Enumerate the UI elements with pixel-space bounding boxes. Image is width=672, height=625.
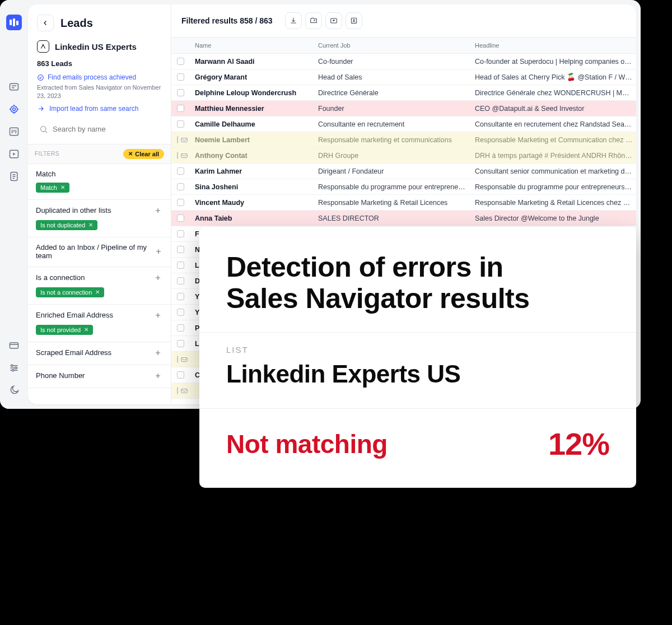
- search-input[interactable]: [53, 125, 160, 133]
- row-checkbox[interactable]: [177, 199, 184, 206]
- svg-rect-0: [10, 20, 12, 25]
- filter-title: Added to an Inbox / Pipeline of my team: [36, 243, 154, 260]
- table-row[interactable]: Matthieu MennessierFounderCEO @Datapult.…: [171, 101, 636, 116]
- add-filter-icon[interactable]: [153, 348, 163, 358]
- search-box[interactable]: [35, 122, 164, 137]
- row-checkbox[interactable]: [177, 105, 184, 112]
- chip-remove-icon[interactable]: ✕: [60, 184, 65, 190]
- table-row[interactable]: Delphine Leloup WondercrushDirectrice Gé…: [171, 85, 636, 101]
- move-button[interactable]: [305, 12, 322, 29]
- table-row[interactable]: Karim LahmerDirigeant / FondateurConsult…: [171, 164, 636, 179]
- th-headline[interactable]: Headline: [472, 38, 636, 53]
- table-row[interactable]: Noemie LambertResponsable marketing et c…: [171, 132, 636, 148]
- clear-all-button[interactable]: ✕ Clear all: [123, 149, 164, 159]
- theme-icon[interactable]: [8, 384, 20, 397]
- table-row[interactable]: Anna TaiebSALES DIRECTORSales Director @…: [171, 211, 636, 226]
- board-icon[interactable]: [8, 125, 20, 138]
- add-filter-icon[interactable]: [153, 206, 163, 216]
- cell-name: Camille Delhaume: [192, 120, 315, 128]
- filter-title: Match: [36, 170, 55, 178]
- cell-job: Responsable du programme pour entreprene…: [315, 183, 472, 191]
- row-checkbox[interactable]: [177, 58, 184, 65]
- chip-remove-icon[interactable]: ✕: [88, 222, 93, 228]
- row-checkbox[interactable]: [177, 120, 184, 128]
- cell-name: Karim Lahmer: [192, 167, 315, 175]
- filter-title: Scraped Email Address: [36, 348, 111, 357]
- filter-chip[interactable]: Is not duplicated✕: [36, 220, 97, 230]
- add-filter-icon[interactable]: [153, 310, 163, 320]
- overlay-percent: 12%: [548, 426, 609, 462]
- overlay-title: Detection of errors in Sales Navigator r…: [226, 251, 609, 314]
- row-checkbox[interactable]: [177, 371, 184, 379]
- lead-count: 863 Leads: [28, 59, 171, 73]
- table-row[interactable]: Marwann Al SaadiCo-founderCo-founder at …: [171, 54, 636, 69]
- row-checkbox[interactable]: [177, 214, 184, 222]
- overlay-list-name: Linkedin Experts US: [226, 360, 609, 388]
- svg-rect-1: [13, 18, 15, 26]
- table-row[interactable]: Camille DelhaumeConsultante en recruteme…: [171, 116, 636, 132]
- list-name: Linkedin US Experts: [55, 42, 137, 52]
- row-checkbox[interactable]: [177, 167, 184, 175]
- svg-point-4: [11, 106, 17, 113]
- billing-icon[interactable]: [8, 339, 20, 352]
- row-checkbox[interactable]: [177, 246, 184, 253]
- import-link[interactable]: Import lead from same search: [28, 105, 171, 119]
- filters-header: FILTERS ✕ Clear all: [28, 144, 171, 164]
- process-status: Find emails process achieved: [28, 73, 171, 83]
- filter-chip[interactable]: Match✕: [36, 183, 69, 193]
- enrich-button[interactable]: [346, 12, 362, 29]
- inbox-button[interactable]: [325, 12, 342, 29]
- clear-all-label: Clear all: [135, 151, 159, 157]
- row-checkbox[interactable]: [177, 89, 184, 96]
- filter-chip[interactable]: Is not provided✕: [36, 325, 93, 335]
- filter-title: Duplicated in other lists: [36, 206, 111, 214]
- th-name[interactable]: Name: [192, 38, 315, 53]
- filters-list: MatchMatch✕Duplicated in other listsIs n…: [28, 164, 171, 404]
- cell-job: Directrice Générale: [315, 89, 472, 97]
- download-button[interactable]: [285, 12, 302, 29]
- cell-job: Responsable marketing et communications: [315, 136, 472, 144]
- cell-headline: Responsable Marketing et Communication c…: [472, 136, 636, 144]
- add-filter-icon[interactable]: [154, 246, 163, 256]
- row-checkbox[interactable]: [177, 262, 184, 269]
- svg-point-12: [12, 370, 14, 371]
- filters-label: FILTERS: [35, 151, 59, 157]
- svg-rect-2: [16, 21, 18, 25]
- process-status-text: Find emails process achieved: [48, 73, 136, 81]
- row-checkbox[interactable]: [177, 230, 184, 237]
- cell-name: Delphine Leloup Wondercrush: [192, 89, 315, 97]
- row-checkbox[interactable]: [177, 324, 184, 332]
- table-row[interactable]: Grégory MarantHead of SalesHead of Sales…: [171, 69, 636, 85]
- table-row[interactable]: Vincent MaudyResponsable Marketing & Ret…: [171, 195, 636, 211]
- table-row[interactable]: Sina JosheniResponsable du programme pou…: [171, 179, 636, 195]
- row-checkbox[interactable]: [177, 356, 178, 363]
- document-icon[interactable]: [8, 170, 20, 183]
- table-row[interactable]: Anthony ContatDRH GroupeDRH à temps part…: [171, 148, 636, 164]
- target-icon[interactable]: [8, 103, 20, 115]
- back-button[interactable]: [37, 15, 54, 31]
- chip-remove-icon[interactable]: ✕: [95, 289, 100, 295]
- cell-job: Consultante en recrutement: [315, 120, 472, 128]
- row-checkbox[interactable]: [177, 183, 184, 190]
- settings-icon[interactable]: [8, 362, 20, 374]
- th-job[interactable]: Current Job: [315, 38, 472, 53]
- row-checkbox[interactable]: [177, 73, 184, 81]
- chip-remove-icon[interactable]: ✕: [84, 327, 88, 333]
- row-checkbox[interactable]: [177, 309, 184, 316]
- row-checkbox[interactable]: [177, 152, 178, 159]
- messages-icon[interactable]: [8, 81, 20, 93]
- add-filter-icon[interactable]: [153, 273, 163, 283]
- add-filter-icon[interactable]: [153, 371, 163, 381]
- row-checkbox[interactable]: [177, 293, 184, 300]
- row-checkbox[interactable]: [177, 387, 178, 394]
- filter-chip[interactable]: Is not a connection✕: [36, 287, 104, 297]
- toolbar: Filtered results 858 / 863: [171, 4, 636, 38]
- cell-name: Matthieu Mennessier: [192, 105, 315, 113]
- play-icon[interactable]: [8, 148, 20, 160]
- app-logo[interactable]: [6, 15, 22, 30]
- cell-job: Head of Sales: [315, 73, 472, 81]
- overlay-status: Not matching: [226, 429, 388, 459]
- row-checkbox[interactable]: [177, 136, 178, 143]
- row-checkbox[interactable]: [177, 277, 184, 284]
- row-checkbox[interactable]: [177, 340, 184, 347]
